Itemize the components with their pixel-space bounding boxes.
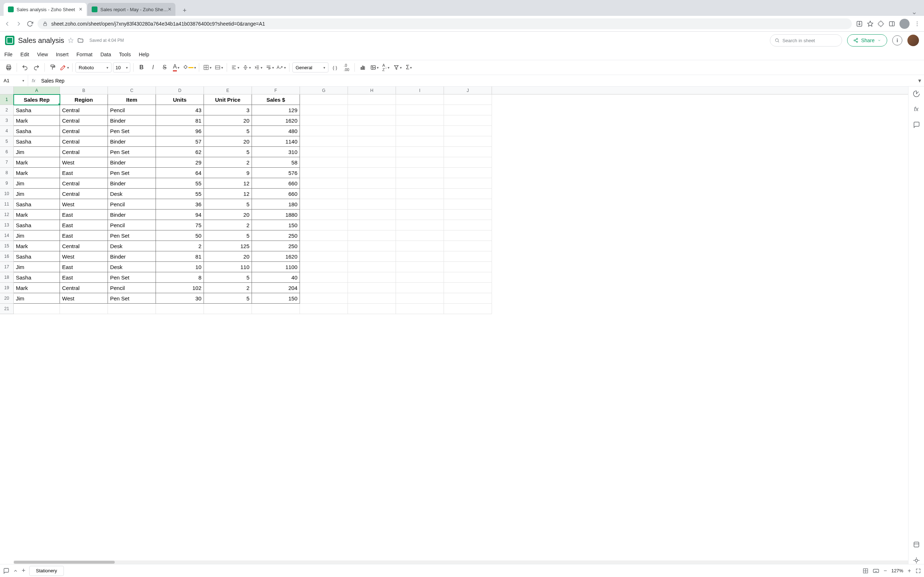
grid-view-icon[interactable] [863,568,868,574]
cell[interactable]: 5 [204,230,252,241]
reload-icon[interactable] [27,21,33,27]
cell[interactable] [348,126,396,136]
menu-tools[interactable]: Tools [119,52,131,57]
cell[interactable]: 2 [204,157,252,168]
cell[interactable] [396,220,444,230]
row-header[interactable]: 3 [0,115,14,126]
fullscreen-icon[interactable] [915,568,921,574]
cell[interactable] [348,168,396,178]
column-header-G[interactable]: G [300,87,348,94]
bold-icon[interactable]: B [136,62,147,73]
cell[interactable]: West [60,199,108,210]
cell[interactable] [444,189,492,199]
cell[interactable]: Jim [14,147,60,157]
cell[interactable] [300,157,348,168]
row-header[interactable]: 10 [0,189,14,199]
image-icon[interactable]: ▾ [369,62,380,73]
cell[interactable]: 1880 [252,210,300,220]
zia-icon[interactable] [913,557,920,564]
cell[interactable] [444,157,492,168]
cell[interactable]: Desk [108,262,156,272]
cell[interactable]: East [60,272,108,283]
cell[interactable]: Mark [14,210,60,220]
cell[interactable]: 81 [156,115,204,126]
cell[interactable]: Pen Set [108,230,156,241]
cell[interactable]: 1140 [252,136,300,147]
cell[interactable]: Central [60,136,108,147]
cell[interactable]: East [60,230,108,241]
cell[interactable]: 2 [204,220,252,230]
cell[interactable] [396,126,444,136]
cell[interactable]: Central [60,189,108,199]
cell[interactable] [396,293,444,304]
cell[interactable] [396,189,444,199]
wrap-icon[interactable]: ▾ [265,62,275,73]
cell[interactable] [396,157,444,168]
cell[interactable]: Mark [14,168,60,178]
cell[interactable]: Sales $ [252,95,300,105]
cell[interactable]: 40 [252,272,300,283]
cell[interactable] [348,210,396,220]
chart-icon[interactable] [358,62,368,73]
sort-icon[interactable]: AZ↓▾ [381,62,391,73]
cell[interactable]: 43 [156,105,204,115]
paint-format-icon[interactable] [48,62,58,73]
cell[interactable]: East [60,262,108,272]
cell[interactable]: Binder [108,115,156,126]
info-button[interactable]: i [892,35,902,45]
cell[interactable]: Sasha [14,199,60,210]
close-icon[interactable]: × [79,6,82,13]
search-input[interactable]: Search in sheet [770,34,842,47]
row-header[interactable]: 7 [0,157,14,168]
clear-format-icon[interactable]: ▾ [59,62,69,73]
font-size-select[interactable]: 10▾ [113,62,130,73]
cell[interactable]: Central [60,241,108,251]
cell[interactable] [444,251,492,262]
name-box[interactable]: A1▾ [0,75,28,86]
kebab-menu-icon[interactable] [914,21,921,27]
select-all-corner[interactable] [0,87,14,94]
cell[interactable]: 660 [252,189,300,199]
cell[interactable] [300,241,348,251]
cell[interactable]: Pen Set [108,272,156,283]
cell[interactable] [300,210,348,220]
cell[interactable]: Jim [14,262,60,272]
cell[interactable]: 102 [156,283,204,293]
row-header[interactable]: 9 [0,178,14,189]
cell[interactable]: 50 [156,230,204,241]
cell[interactable]: Jim [14,230,60,241]
cell[interactable] [300,293,348,304]
print-icon[interactable] [3,62,14,73]
cell[interactable]: Sasha [14,220,60,230]
cell[interactable]: Desk [108,189,156,199]
cell[interactable]: Sasha [14,136,60,147]
cell[interactable] [300,126,348,136]
cell[interactable]: 10 [156,262,204,272]
cell[interactable] [300,230,348,241]
cell[interactable]: 1620 [252,115,300,126]
app-logo-icon[interactable] [5,36,15,45]
sum-icon[interactable]: Σ▾ [404,62,414,73]
cell[interactable]: Pen Set [108,147,156,157]
row-header[interactable]: 13 [0,220,14,230]
cell[interactable] [348,304,396,314]
cell[interactable] [444,220,492,230]
undo-icon[interactable] [20,62,30,73]
cell[interactable] [444,105,492,115]
zoom-out-icon[interactable]: − [884,567,887,574]
cell[interactable] [300,220,348,230]
back-icon[interactable] [3,20,11,27]
font-select[interactable]: Roboto▾ [76,62,111,73]
cell[interactable]: Pen Set [108,293,156,304]
cell[interactable]: 96 [156,126,204,136]
cell[interactable]: 5 [204,272,252,283]
cell[interactable]: Binder [108,136,156,147]
cell[interactable] [444,262,492,272]
cell[interactable]: 204 [252,283,300,293]
cell[interactable] [348,283,396,293]
decimal-icon[interactable]: .0.00 [341,62,352,73]
cell[interactable]: Central [60,126,108,136]
halign-icon[interactable]: ▾ [230,62,240,73]
user-avatar[interactable] [908,35,919,46]
cell[interactable] [300,272,348,283]
